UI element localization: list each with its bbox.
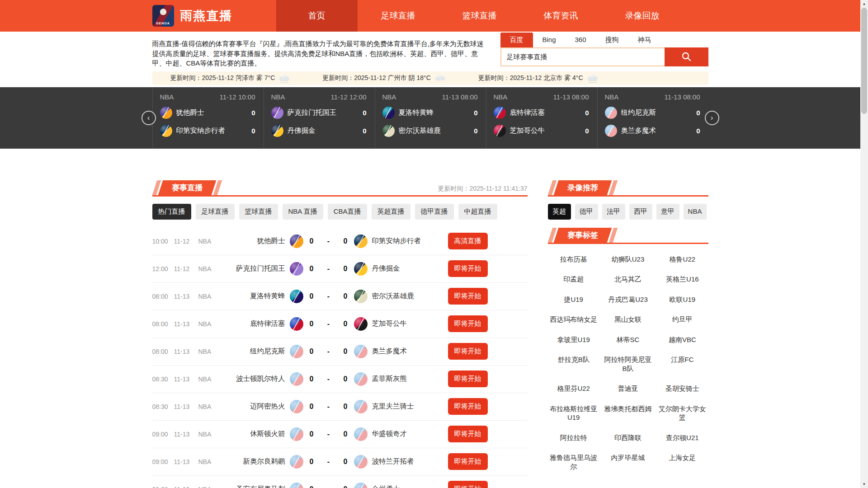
live-filter-tab[interactable]: NBA 直播 — [283, 204, 323, 220]
match-status-button[interactable]: 即将开始 — [448, 481, 488, 488]
score-separator: - — [327, 265, 330, 273]
tag-link[interactable]: 江原FC — [656, 355, 708, 373]
scrollbar-thumb[interactable] — [861, 8, 867, 114]
search-engine-tab[interactable]: 神马 — [628, 33, 661, 47]
tag-link[interactable]: 阿拉拉特 — [548, 433, 599, 442]
match-row[interactable]: 08:30 11-13 NBA 迈阿密热火 0 - 0 克里夫兰骑士 即将开始 — [152, 393, 528, 421]
nav-item[interactable]: 篮球直播 — [439, 0, 520, 32]
tag-link[interactable]: 丹戎巴葛U23 — [602, 295, 654, 304]
tag-link[interactable]: 林蒂SC — [602, 335, 654, 344]
videos-section-title: 录像推荐 — [567, 183, 598, 193]
scroll-up-icon[interactable]: ▲ — [860, 0, 868, 8]
tag-link[interactable]: 拉布历基 — [548, 255, 599, 264]
tag-link[interactable]: 约旦甲 — [656, 315, 708, 324]
home-team-logo — [271, 107, 283, 119]
search-engine-tab[interactable]: 百度 — [500, 33, 533, 47]
tag-link[interactable]: 黑山女联 — [602, 315, 654, 324]
match-row[interactable]: 09:00 11-13 NBA 圣安东尼奥马刺 0 - 0 金州勇士 即将开始 — [152, 476, 528, 488]
search-engine-tabs: 百度Bing360搜狗神马 — [500, 33, 708, 47]
match-row[interactable]: 12:00 11-12 NBA 萨克拉门托国王 0 - 0 丹佛掘金 即将开始 — [152, 255, 528, 283]
tag-link[interactable]: 上海女足 — [656, 453, 708, 471]
match-row[interactable]: 09:00 11-13 NBA 休斯顿火箭 0 - 0 华盛顿奇才 即将开始 — [152, 421, 528, 448]
match-status-button[interactable]: 即将开始 — [448, 315, 488, 332]
search-engine-tab[interactable]: 搜狗 — [596, 33, 628, 47]
live-filter-tab[interactable]: 热门直播 — [152, 204, 191, 220]
scroll-down-icon[interactable]: ▼ — [860, 480, 868, 488]
tag-link[interactable]: 越南VBC — [656, 335, 708, 344]
tag-link[interactable]: 雅鲁德马里乌波尔 — [548, 453, 599, 471]
tag-link[interactable]: 艾尔朗卡大学女篮 — [656, 404, 708, 422]
tag-link[interactable]: 幼狮队U23 — [602, 255, 654, 264]
video-category-tab[interactable]: 意甲 — [656, 204, 679, 220]
nav-item[interactable]: 录像回放 — [602, 0, 683, 32]
tag-link[interactable]: 西达玛布纳女足 — [548, 315, 599, 324]
away-team-logo — [605, 125, 617, 137]
match-status-button[interactable]: 即将开始 — [448, 343, 488, 360]
video-category-tab[interactable]: 法甲 — [602, 204, 625, 220]
tag-link[interactable]: 查尔顿U21 — [656, 433, 708, 442]
carousel-card[interactable]: NBA 11-13 08:00 底特律活塞 0 芝加哥公牛 0 — [486, 87, 597, 149]
tag-link[interactable]: 普迪亚 — [602, 384, 654, 393]
tag-link[interactable]: 阿拉特阿美尼亚B队 — [602, 355, 654, 373]
match-row[interactable]: 08:00 11-13 NBA 夏洛特黄蜂 0 - 0 密尔沃基雄鹿 即将开始 — [152, 283, 528, 310]
tag-link[interactable]: 格鲁U22 — [656, 255, 708, 264]
nav-item[interactable]: 体育资讯 — [520, 0, 602, 32]
live-filter-tab[interactable]: 篮球直播 — [239, 204, 278, 220]
match-status-button[interactable]: 即将开始 — [448, 426, 488, 442]
video-category-tab[interactable]: NBA — [684, 204, 707, 220]
tag-link[interactable]: 英格兰U16 — [656, 275, 708, 284]
carousel-prev-button[interactable]: ‹ — [142, 111, 156, 125]
match-row[interactable]: 10:00 11-12 NBA 犹他爵士 0 - 0 印第安纳步行者 高清直播 — [152, 228, 528, 255]
tag-link[interactable]: 印孟超 — [548, 275, 599, 284]
match-row[interactable]: 08:30 11-13 NBA 波士顿凯尔特人 0 - 0 孟菲斯灰熊 即将开始 — [152, 366, 528, 393]
tag-link[interactable]: 欧联U19 — [656, 295, 708, 304]
match-status-button[interactable]: 高清直播 — [448, 233, 488, 249]
live-filter-tab[interactable]: CBA直播 — [328, 204, 367, 220]
match-status-button[interactable]: 即将开始 — [448, 371, 488, 387]
tag-link[interactable]: 捷U19 — [548, 295, 599, 304]
match-status-button[interactable]: 即将开始 — [448, 288, 488, 305]
video-category-tab[interactable]: 德甲 — [575, 204, 598, 220]
video-category-tab[interactable]: 英超 — [548, 204, 571, 220]
tag-link[interactable]: 圣胡安骑士 — [656, 384, 708, 393]
away-score: 0 — [344, 458, 348, 466]
search-button[interactable] — [665, 47, 708, 66]
tag-link[interactable]: 拿玻里U19 — [548, 335, 599, 344]
tag-link[interactable]: 北马其乙 — [602, 275, 654, 284]
match-status-button[interactable]: 即将开始 — [448, 398, 488, 415]
match-status-button[interactable]: 即将开始 — [448, 260, 488, 277]
match-status-button[interactable]: 即将开始 — [448, 453, 488, 470]
tag-link[interactable]: 雅坲奥托都西姆 — [602, 404, 654, 422]
live-filter-tab[interactable]: 足球直播 — [196, 204, 235, 220]
search-engine-tab[interactable]: Bing — [533, 33, 566, 47]
live-filter-tab[interactable]: 英超直播 — [372, 204, 410, 220]
search-engine-tab[interactable]: 360 — [566, 33, 596, 47]
match-row[interactable]: 08:00 11-13 NBA 底特律活塞 0 - 0 芝加哥公牛 即将开始 — [152, 310, 528, 338]
away-score: 0 — [344, 237, 348, 245]
live-filter-tab[interactable]: 德甲直播 — [415, 204, 454, 220]
carousel-next-button[interactable]: › — [705, 111, 719, 125]
away-team-score: 0 — [363, 127, 366, 135]
match-row[interactable]: 09:00 11-13 NBA 新奥尔良鹈鹕 0 - 0 波特兰开拓者 即将开始 — [152, 448, 528, 476]
video-category-tab[interactable]: 西甲 — [629, 204, 652, 220]
scrollbar[interactable]: ▲ ▼ — [860, 0, 868, 488]
page: GENOA 雨燕直播 首页足球直播篮球直播体育资讯录像回放 雨燕直播-值得信赖的… — [0, 0, 860, 488]
carousel-card[interactable]: NBA 11-12 10:00 犹他爵士 0 印第安纳步行者 0 — [152, 87, 264, 149]
carousel-card[interactable]: NBA 11-13 08:00 夏洛特黄蜂 0 密尔沃基雄鹿 0 — [375, 87, 486, 149]
live-filter-tab[interactable]: 中超直播 — [458, 204, 497, 220]
away-score: 0 — [344, 485, 348, 488]
search-input[interactable] — [500, 47, 665, 66]
nav-item[interactable]: 首页 — [276, 0, 358, 32]
tag-link[interactable]: 舒拉克B队 — [548, 355, 599, 373]
tag-link[interactable]: 印西隆联 — [602, 433, 654, 442]
score-separator: - — [327, 485, 330, 488]
nav-item[interactable]: 足球直播 — [358, 0, 439, 32]
carousel-card[interactable]: NBA 11-12 12:00 萨克拉门托国王 0 丹佛掘金 0 — [264, 87, 375, 149]
tag-link[interactable]: 内罗毕星城 — [602, 453, 654, 471]
tag-link[interactable]: 布拉格斯拉维亚U19 — [548, 404, 599, 422]
match-row[interactable]: 08:00 11-13 NBA 纽约尼克斯 0 - 0 奥兰多魔术 即将开始 — [152, 338, 528, 366]
carousel-league: NBA — [160, 93, 174, 101]
carousel-card[interactable]: NBA 11-13 08:00 纽约尼克斯 0 奥兰多魔术 0 — [597, 87, 708, 149]
tag-link[interactable]: 格里芬U22 — [548, 384, 599, 393]
site-logo[interactable]: GENOA — [152, 5, 174, 27]
